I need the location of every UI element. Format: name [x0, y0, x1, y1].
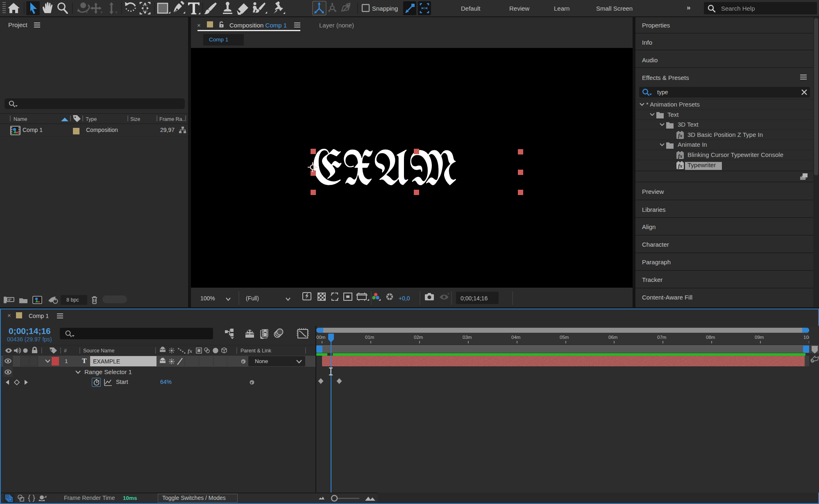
svg-text:fx: fx — [678, 153, 683, 159]
svg-text:* Animation Presets: * Animation Presets — [646, 101, 700, 108]
svg-text:3D Text: 3D Text — [678, 121, 699, 128]
svg-text:Typewriter: Typewriter — [687, 161, 716, 168]
svg-text:fx: fx — [188, 348, 192, 354]
svg-text:fx: fx — [678, 163, 683, 169]
svg-text:Animate In: Animate In — [678, 141, 707, 148]
svg-text:Source Name: Source Name — [83, 348, 114, 354]
svg-text:Parent & Link: Parent & Link — [240, 348, 272, 354]
svg-text:3D Basic Position Z Type In: 3D Basic Position Z Type In — [687, 131, 763, 138]
svg-text:Text: Text — [667, 111, 679, 118]
svg-text:#: # — [64, 348, 67, 354]
svg-text:Blinking Cursor Typewriter Con: Blinking Cursor Typewriter Console — [687, 151, 783, 158]
svg-text:fx: fx — [678, 132, 683, 138]
